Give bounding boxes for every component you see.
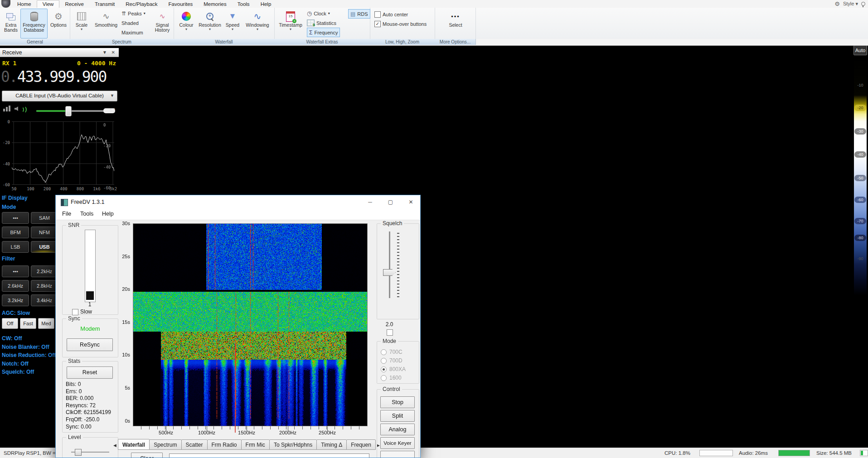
freedv-waterfall-plot[interactable]	[133, 223, 368, 426]
freedv-tab-spectrum[interactable]: Spectrum	[149, 439, 181, 450]
audio-output-select[interactable]: CABLE Input (VB-Audio Virtual Cable)▼	[2, 91, 117, 101]
receive-panel-header[interactable]: Receive ▼ ✕	[0, 48, 119, 57]
ribbon-tab-rec-playback[interactable]: Rec/Playback	[120, 0, 163, 8]
radio-800xa[interactable]	[381, 366, 387, 372]
close-icon[interactable]: ✕	[112, 48, 115, 57]
button-usb[interactable]: USB	[31, 241, 58, 253]
filter-section-label[interactable]: Filter	[2, 256, 15, 262]
speed-button[interactable]: ▼ Speed▾	[223, 9, 242, 39]
control-button-analog[interactable]: Analog	[380, 424, 415, 435]
scale-button[interactable]: Scale▾	[72, 9, 92, 39]
pin-icon[interactable]	[861, 2, 865, 6]
freedv-tab-frequen[interactable]: Frequen	[346, 439, 376, 450]
windowing-button[interactable]: ∿ Windowing▾	[242, 9, 272, 39]
freedv-tab-waterfall[interactable]: Waterfall	[118, 439, 150, 450]
squelch-slider-track[interactable]	[389, 231, 390, 298]
freedv-tab-frm-radio[interactable]: Frm Radio	[207, 439, 242, 450]
dsp-status-line: Noise Blanker: Off	[2, 344, 49, 350]
mouse-over-buttons-checkbox[interactable]: ✓ Mouse-over buttons	[374, 19, 427, 28]
button-3-2khz[interactable]: 3.2kHz	[2, 294, 29, 306]
ribbon-tab-memories[interactable]: Memories	[198, 0, 232, 8]
if-display-label[interactable]: IF Display	[2, 195, 28, 201]
volume-slider-handle[interactable]	[65, 106, 72, 116]
menu-help[interactable]: Help	[102, 211, 114, 217]
minimize-button[interactable]: ─	[360, 195, 380, 209]
button-2-2khz[interactable]: 2.2kHz	[31, 265, 58, 277]
smoothing-button[interactable]: ∿ Smoothing	[92, 9, 121, 39]
radio-700c[interactable]	[381, 349, 387, 355]
freedv-waterfall-canvas[interactable]	[133, 224, 367, 426]
button-lsb[interactable]: LSB	[2, 241, 29, 253]
ribbon-tab-transmit[interactable]: Transmit	[89, 0, 120, 8]
radio-1600[interactable]	[381, 375, 387, 381]
mode-section-label[interactable]: Mode	[2, 204, 16, 210]
freedv-titlebar[interactable]: FreeDV 1.3.1 ─ ▢ ✕	[56, 195, 420, 209]
snr-slow-checkbox[interactable]	[72, 309, 78, 315]
tab-scroll-left[interactable]: ◀	[112, 441, 118, 450]
maximize-button[interactable]: ▢	[380, 195, 401, 209]
button--[interactable]: •••	[2, 212, 29, 224]
ribbon-tab-view[interactable]: View	[37, 0, 60, 8]
freedv-window[interactable]: FreeDV 1.3.1 ─ ▢ ✕ File Tools Help SNR 1…	[55, 195, 421, 458]
agc-button-off[interactable]: Off	[2, 318, 18, 329]
freedv-tab-scatter[interactable]: Scatter	[181, 439, 208, 450]
close-button[interactable]: ✕	[401, 195, 421, 209]
control-button-stop[interactable]: Stop	[380, 396, 415, 408]
ribbon-tab-tools[interactable]: Tools	[232, 0, 255, 8]
agc-label[interactable]: AGC: Slow	[2, 310, 30, 316]
freedv-tab-frm-mic[interactable]: Frm Mic	[241, 439, 270, 450]
control-button-split[interactable]: Split	[380, 410, 415, 422]
settings-gear-icon[interactable]: ⚙	[834, 0, 840, 7]
rds-button[interactable]: ▤ RDS	[348, 9, 370, 19]
freedv-tab-to-spkr-hdphns[interactable]: To Spkr/Hdphns	[269, 439, 317, 450]
ptt-button[interactable]: PTT	[380, 451, 415, 458]
button-2-8khz[interactable]: 2.8kHz	[31, 280, 58, 292]
frequency-button[interactable]: Σ Frequency	[307, 28, 340, 37]
menu-file[interactable]: File	[62, 211, 71, 217]
shaded-button[interactable]: Shaded	[121, 19, 139, 27]
button-nfm[interactable]: NFM	[31, 227, 58, 238]
auto-scale-button[interactable]: Auto	[853, 45, 867, 55]
radio-700d[interactable]	[381, 358, 387, 364]
ribbon-tab-help[interactable]: Help	[255, 0, 277, 8]
ribbon-tab-receive[interactable]: Receive	[59, 0, 89, 8]
button-bfm[interactable]: BFM	[2, 227, 29, 238]
radio-label-800xa: 800XA	[389, 366, 406, 372]
button--[interactable]: •••	[2, 265, 29, 277]
maximum-button[interactable]: Maximum	[121, 28, 143, 37]
frequency-display[interactable]: 0.433.999.900	[1, 68, 118, 87]
extra-bands-button[interactable]: Extra Bands	[1, 9, 21, 39]
button-3-4khz[interactable]: 3.4kHz	[31, 294, 58, 306]
statistics-button[interactable]: 9 Statistics	[307, 19, 336, 27]
agc-button-med[interactable]: Med	[38, 318, 54, 329]
clear-button[interactable]: Clear	[131, 453, 163, 458]
level-slider-handle[interactable]	[75, 449, 82, 456]
freedv-tab-timing-[interactable]: Timing Δ	[316, 439, 347, 450]
signal-history-button[interactable]: ∿ Signal History	[151, 9, 173, 39]
control-button-voice-keyer[interactable]: Voice Keyer	[380, 437, 415, 449]
collapse-icon[interactable]: ▼	[102, 48, 107, 57]
select-button[interactable]: ••• Select	[441, 9, 470, 39]
squelch-value: 2.0	[380, 321, 398, 328]
ribbon-tab-home[interactable]: Home	[12, 0, 37, 8]
agc-button-fast[interactable]: Fast	[20, 318, 36, 329]
frequency-database-button[interactable]: Frequency Database	[20, 9, 48, 39]
style-menu[interactable]: Style ▾	[843, 1, 858, 7]
peaks-button[interactable]: ⇈ Peaks▾	[121, 9, 145, 18]
resync-button[interactable]: ReSync	[67, 338, 113, 351]
squelch-checkbox[interactable]	[387, 329, 393, 336]
button-2-6khz[interactable]: 2.6kHz	[2, 280, 29, 292]
app-menu-button[interactable]	[1, 0, 10, 8]
resolution-button[interactable]: + Resolution▾	[197, 9, 223, 39]
clock-button[interactable]: ◷ Clock▾	[307, 9, 330, 18]
timestamp-button[interactable]: 15+ Timestamp▾	[277, 9, 304, 39]
button-sam[interactable]: SAM	[31, 212, 58, 224]
menu-tools[interactable]: Tools	[80, 211, 93, 217]
text-entry-field[interactable]	[169, 453, 369, 458]
speaker-icon[interactable]	[15, 106, 19, 111]
options-button[interactable]: ⚙ Options	[48, 9, 69, 39]
stats-reset-button[interactable]: Reset	[67, 366, 113, 379]
auto-center-checkbox[interactable]: Auto center	[374, 10, 408, 19]
colour-button[interactable]: Colour▾	[175, 9, 197, 39]
ribbon-tab-favourites[interactable]: Favourites	[163, 0, 199, 8]
